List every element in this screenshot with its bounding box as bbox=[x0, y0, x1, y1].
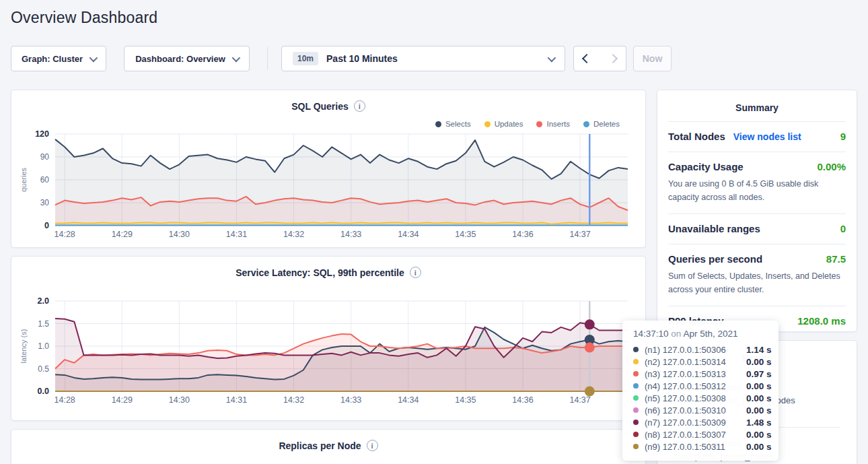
svg-text:queries: queries bbox=[20, 167, 28, 192]
summary-row: Unavailable ranges0 bbox=[668, 213, 846, 244]
replicas-per-node-panel: Replicas per Node i bbox=[11, 429, 646, 464]
summary-row-label: Queries per second bbox=[668, 253, 762, 265]
sql-queries-panel: SQL Queries i SelectsUpdatesInsertsDelet… bbox=[11, 90, 646, 248]
summary-row-value: 0 bbox=[840, 223, 846, 234]
node-address: (n7) 127.0.0.1:50309 bbox=[645, 418, 746, 428]
dashboard-dropdown[interactable]: Dashboard: Overview bbox=[124, 46, 250, 71]
node-address: (n2) 127.0.0.1:50314 bbox=[645, 357, 746, 367]
node-address: (n9) 127.0.0.1:50311 bbox=[645, 442, 746, 452]
summary-row: Total NodesView nodes list9 bbox=[668, 121, 846, 152]
summary-row: Queries per second87.5Sum of Selects, Up… bbox=[668, 244, 846, 306]
tooltip-node-row: (n8) 127.0.0.1:503070.00 s bbox=[633, 428, 769, 440]
node-color-dot bbox=[633, 395, 639, 401]
summary-row-description: You are using 0 B of 4.5 GiB usable disk… bbox=[668, 177, 846, 204]
svg-text:14:31: 14:31 bbox=[226, 230, 247, 239]
toolbar-divider bbox=[267, 47, 268, 70]
svg-text:14:30: 14:30 bbox=[169, 230, 190, 239]
svg-text:2.0: 2.0 bbox=[38, 296, 49, 306]
chevron-down-icon bbox=[231, 53, 240, 62]
node-latency-value: 0.00 s bbox=[746, 393, 772, 403]
page-title: Overview Dashboard bbox=[11, 9, 157, 27]
time-window-selector[interactable]: 10m Past 10 Minutes bbox=[281, 46, 565, 71]
svg-text:0.5: 0.5 bbox=[38, 364, 49, 374]
tooltip-node-row: (n1) 127.0.0.1:503061.14 s bbox=[633, 343, 769, 356]
node-address: (n1) 127.0.0.1:50306 bbox=[645, 345, 746, 355]
svg-text:14:37: 14:37 bbox=[569, 230, 590, 239]
time-prev-button[interactable] bbox=[573, 46, 600, 71]
node-color-dot bbox=[633, 383, 639, 389]
node-color-dot bbox=[633, 444, 639, 449]
node-address: (n4) 127.0.0.1:50312 bbox=[645, 381, 746, 391]
chevron-down-icon bbox=[89, 53, 98, 62]
summary-row-value: 87.5 bbox=[826, 253, 846, 265]
tooltip-node-row: (n6) 127.0.0.1:503100.00 s bbox=[633, 404, 769, 416]
svg-text:0: 0 bbox=[44, 221, 49, 230]
summary-row-label: Total Nodes bbox=[668, 131, 725, 142]
summary-title: Summary bbox=[657, 90, 857, 121]
svg-text:14:28: 14:28 bbox=[55, 230, 75, 239]
node-latency-value: 0.97 s bbox=[746, 369, 772, 379]
tooltip-node-row: (n2) 127.0.0.1:503140.00 s bbox=[633, 356, 769, 368]
svg-text:60: 60 bbox=[40, 175, 50, 185]
svg-text:14:31: 14:31 bbox=[226, 395, 247, 405]
summary-row: Capacity Usage0.00%You are using 0 B of … bbox=[668, 152, 846, 213]
node-latency-value: 0.00 s bbox=[746, 357, 772, 367]
tooltip-node-row: (n5) 127.0.0.1:503080.00 s bbox=[633, 392, 769, 404]
summary-row-value: 1208.0 ms bbox=[797, 315, 846, 327]
chart-hover-tooltip: 14:37:10 on Apr 5th, 2021 (n1) 127.0.0.1… bbox=[622, 321, 779, 461]
node-address: (n8) 127.0.0.1:50307 bbox=[645, 430, 746, 440]
svg-text:14:30: 14:30 bbox=[169, 395, 190, 405]
svg-text:1.5: 1.5 bbox=[38, 319, 49, 329]
node-latency-value: 1.14 s bbox=[746, 345, 772, 355]
tooltip-node-row: (n7) 127.0.0.1:503091.48 s bbox=[633, 416, 769, 428]
svg-text:1.0: 1.0 bbox=[38, 341, 49, 351]
node-color-dot bbox=[633, 347, 639, 352]
graph-scope-label: Graph: Cluster bbox=[22, 54, 83, 64]
svg-text:14:32: 14:32 bbox=[283, 230, 304, 239]
summary-row-value: 0.00% bbox=[817, 161, 846, 172]
node-latency-value: 0.00 s bbox=[746, 381, 772, 391]
svg-text:14:29: 14:29 bbox=[112, 230, 133, 239]
node-address: (n6) 127.0.0.1:50310 bbox=[645, 405, 746, 416]
now-button[interactable]: Now bbox=[633, 46, 672, 71]
svg-text:14:36: 14:36 bbox=[512, 395, 533, 405]
service-latency-chart[interactable]: 0.00.51.01.52.014:2814:2914:3014:3114:32… bbox=[11, 257, 645, 420]
info-icon[interactable]: i bbox=[367, 440, 378, 451]
dashboard-label: Dashboard: Overview bbox=[135, 54, 225, 64]
node-address: (n3) 127.0.0.1:50313 bbox=[645, 369, 746, 379]
svg-text:0.0: 0.0 bbox=[38, 387, 49, 396]
svg-text:14:35: 14:35 bbox=[455, 395, 476, 405]
node-color-dot bbox=[633, 359, 639, 364]
node-color-dot bbox=[633, 407, 639, 413]
overview-dashboard-page: Overview Dashboard Graph: Cluster Dashbo… bbox=[0, 0, 868, 464]
chevron-right-icon bbox=[608, 54, 617, 63]
svg-text:14:36: 14:36 bbox=[512, 230, 533, 239]
node-color-dot bbox=[633, 432, 639, 437]
time-window-label: Past 10 Minutes bbox=[326, 53, 398, 64]
time-window-badge: 10m bbox=[293, 52, 318, 65]
time-next-button[interactable] bbox=[600, 46, 626, 71]
view-nodes-list-link[interactable]: View nodes list bbox=[733, 131, 801, 142]
svg-text:latency (s): latency (s) bbox=[20, 329, 28, 364]
tooltip-timestamp: 14:37:10 on Apr 5th, 2021 bbox=[633, 329, 769, 339]
chevron-left-icon bbox=[582, 54, 591, 63]
tooltip-node-row: (n4) 127.0.0.1:503120.00 s bbox=[633, 380, 769, 392]
summary-row-description: Sum of Selects, Updates, Inserts, and De… bbox=[668, 269, 846, 296]
svg-text:90: 90 bbox=[40, 152, 50, 162]
summary-row-label: Capacity Usage bbox=[668, 161, 744, 172]
node-latency-value: 0.00 s bbox=[746, 405, 772, 416]
sql-queries-chart[interactable]: 030609012014:2814:2914:3014:3114:3214:33… bbox=[11, 90, 645, 247]
service-latency-panel: Service Latency: SQL, 99th percentile i … bbox=[11, 256, 646, 421]
node-latency-value: 0.00 s bbox=[746, 442, 772, 452]
node-color-dot bbox=[633, 420, 639, 425]
graph-scope-dropdown[interactable]: Graph: Cluster bbox=[11, 46, 106, 71]
node-latency-value: 1.48 s bbox=[746, 418, 772, 428]
replicas-title: Replicas per Node bbox=[279, 440, 361, 451]
node-color-dot bbox=[633, 371, 639, 376]
svg-text:14:33: 14:33 bbox=[340, 230, 361, 239]
svg-text:14:37: 14:37 bbox=[569, 395, 590, 405]
summary-row-label: Unavailable ranges bbox=[668, 223, 760, 234]
svg-text:14:32: 14:32 bbox=[283, 395, 304, 405]
chevron-down-icon bbox=[548, 53, 556, 62]
svg-text:30: 30 bbox=[40, 198, 50, 207]
